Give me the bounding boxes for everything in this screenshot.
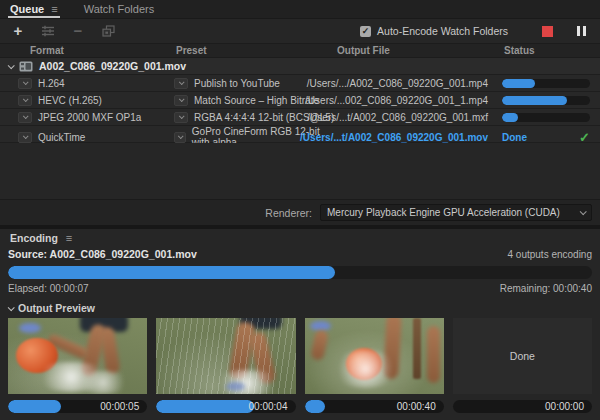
- format-dropdown[interactable]: [18, 112, 32, 123]
- output-row-jpeg2000[interactable]: JPEG 2000 MXF OP1a RGBA 4:4:4:4 12-bit (…: [0, 109, 600, 126]
- output-row-hevc[interactable]: HEVC (H.265) Match Source – High Bitrate…: [0, 92, 600, 109]
- renderer-row: Renderer: Mercury Playback Engine GPU Ac…: [0, 199, 600, 225]
- output-row-quicktime[interactable]: QuickTime GoPro CineForm RGB 12-bit with…: [0, 126, 600, 143]
- chevron-down-icon: [23, 79, 29, 85]
- preview-column-4: Done 00:00:00: [453, 318, 592, 413]
- preview-timecode-3: 00:00:40: [397, 400, 436, 413]
- duplicate-button[interactable]: [100, 23, 116, 39]
- chevron-down-icon: [179, 96, 185, 102]
- chevron-down-icon: [179, 113, 185, 119]
- queue-tab-bar: Queue ≡ Watch Folders: [0, 0, 600, 19]
- add-source-button[interactable]: +: [10, 23, 26, 39]
- stop-queue-button[interactable]: [542, 26, 553, 37]
- queue-column-headers: Format Preset Output File Status: [0, 43, 600, 58]
- preset-value: Publish to YouTube: [194, 78, 280, 89]
- add-preset-button[interactable]: [40, 23, 56, 39]
- pause-queue-button[interactable]: [577, 26, 586, 36]
- preview-progress-fill-1: [8, 400, 61, 413]
- outputs-encoding-count: 4 outputs encoding: [507, 249, 592, 260]
- media-encoder-window: Queue ≡ Watch Folders + − ✓: [0, 0, 600, 420]
- format-dropdown[interactable]: [18, 95, 32, 106]
- column-format: Format: [0, 45, 168, 56]
- output-file-link[interactable]: /Users/...002_C086_09220G_001_1.mp4: [305, 95, 488, 106]
- output-file-link[interactable]: /Users/...t/A002_C086_09220G_001.mxf: [307, 112, 488, 123]
- chevron-down-icon: [580, 208, 587, 215]
- collapse-chevron-icon[interactable]: [8, 62, 15, 69]
- preview-thumbnail-3: [305, 318, 444, 394]
- preset-dropdown[interactable]: [174, 78, 188, 89]
- tab-queue[interactable]: Queue ≡: [8, 1, 60, 18]
- output-file-link[interactable]: /Users/...t/A002_C086_09220G_001.mov: [300, 132, 488, 143]
- format-value: HEVC (H.265): [38, 95, 102, 106]
- renderer-label: Renderer:: [265, 207, 312, 219]
- auto-encode-label: Auto-Encode Watch Folders: [377, 25, 508, 37]
- encode-progress-fill: [502, 96, 567, 105]
- tab-watch-folders-label: Watch Folders: [84, 3, 155, 15]
- auto-encode-checkbox[interactable]: ✓: [360, 26, 371, 37]
- queue-empty-area: [0, 143, 600, 199]
- preview-thumbnail-1: [8, 318, 147, 394]
- panel-menu-icon[interactable]: ≡: [51, 3, 57, 15]
- elapsed-time: Elapsed: 00:00:07: [8, 283, 89, 295]
- output-preview-title: Output Preview: [18, 302, 95, 314]
- encoding-title: Encoding: [10, 232, 58, 244]
- format-value: H.264: [38, 78, 65, 89]
- output-previews: 00:00:05: [8, 318, 592, 413]
- preview-timecode-4: 00:00:00: [545, 400, 584, 413]
- chevron-down-icon: [23, 96, 29, 102]
- encode-progress-bar: [502, 113, 590, 122]
- renderer-select[interactable]: Mercury Playback Engine GPU Acceleration…: [320, 204, 592, 221]
- output-file-link[interactable]: /Users/.../A002_C086_09220G_001.mp4: [307, 78, 488, 89]
- preview-progress-bar-2: 00:00:04: [156, 400, 295, 413]
- status-done-label: Done: [502, 132, 527, 143]
- encoding-panel-header: Encoding ≡: [0, 229, 600, 246]
- column-preset: Preset: [168, 45, 336, 56]
- preview-progress-fill-2: [156, 400, 253, 413]
- preset-dropdown[interactable]: [174, 95, 188, 106]
- preview-done-box: Done: [453, 318, 592, 394]
- output-preview-header[interactable]: Output Preview: [8, 301, 592, 315]
- chevron-down-icon: [23, 133, 29, 139]
- format-value: JPEG 2000 MXF OP1a: [38, 112, 141, 123]
- output-row-h264[interactable]: H.264 Publish to YouTube /Users/.../A002…: [0, 75, 600, 92]
- encode-progress-fill: [502, 113, 518, 122]
- preview-column-1: 00:00:05: [8, 318, 147, 413]
- encoding-source-label: Source: A002_C086_09220G_001.mov: [8, 248, 197, 260]
- format-dropdown[interactable]: [18, 78, 32, 89]
- format-dropdown[interactable]: [18, 132, 32, 143]
- remove-button[interactable]: −: [70, 23, 86, 39]
- encoding-panel: Encoding ≡ Source: A002_C086_09220G_001.…: [0, 229, 600, 420]
- preview-progress-bar-1: 00:00:05: [8, 400, 147, 413]
- overall-progress-fill: [8, 266, 335, 279]
- chevron-down-icon: [23, 113, 29, 119]
- preview-timecode-2: 00:00:04: [249, 400, 288, 413]
- preset-dropdown[interactable]: [174, 132, 186, 143]
- preset-dropdown[interactable]: [174, 112, 188, 123]
- preview-column-2: 00:00:04: [156, 318, 295, 413]
- preview-thumbnail-2: [156, 318, 295, 394]
- preview-progress-fill-3: [305, 400, 326, 413]
- tab-watch-folders[interactable]: Watch Folders: [82, 1, 157, 18]
- encode-progress-bar: [502, 79, 590, 88]
- format-value: QuickTime: [38, 132, 85, 143]
- preview-timecode-1: 00:00:05: [100, 400, 139, 413]
- preview-column-3: 00:00:40: [305, 318, 444, 413]
- overall-progress-bar: [8, 266, 592, 279]
- queue-source-row[interactable]: A002_C086_09220G_001.mov: [0, 58, 600, 75]
- preview-done-label: Done: [510, 350, 535, 362]
- encode-progress-bar: [502, 96, 590, 105]
- remaining-time: Remaining: 00:00:40: [500, 283, 592, 295]
- chevron-down-icon: [178, 133, 184, 139]
- panel-menu-icon[interactable]: ≡: [66, 232, 72, 244]
- preview-progress-bar-4: 00:00:00: [453, 400, 592, 413]
- preview-progress-bar-3: 00:00:40: [305, 400, 444, 413]
- encode-progress-fill: [502, 79, 535, 88]
- collapse-chevron-icon: [8, 304, 15, 311]
- video-clip-icon: [19, 61, 33, 72]
- queue-toolbar: + − ✓ Auto-Encode Watch Folders: [0, 19, 600, 43]
- column-status: Status: [494, 45, 600, 56]
- source-filename: A002_C086_09220G_001.mov: [39, 60, 186, 72]
- tab-queue-label: Queue: [10, 3, 44, 15]
- renderer-value: Mercury Playback Engine GPU Acceleration…: [327, 207, 560, 218]
- chevron-down-icon: [179, 79, 185, 85]
